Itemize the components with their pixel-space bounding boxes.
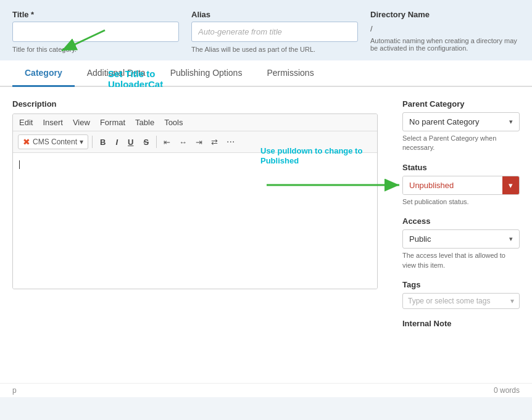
strikethrough-button[interactable]: S [139,136,152,149]
editor-p-tag: p [12,386,17,395]
align-justify-button[interactable]: ⇄ [208,136,221,149]
align-center-button[interactable]: ↔ [176,136,190,149]
access-section: Access Public ▾ The access level that is… [402,216,520,270]
cms-content-selector[interactable]: ✖ CMS Content ▾ [18,134,88,149]
editor-menubar: Edit Insert View Format Table Tools [13,114,377,131]
tags-chevron-icon: ▾ [510,297,514,305]
alias-label: Alias [191,10,358,19]
cms-chevron-icon: ▾ [80,138,83,146]
title-label: Title * [12,10,179,19]
directory-field-group: Directory Name / Automatic naming when c… [370,10,520,52]
parent-category-section: Parent Category No parent Category ▾ Sel… [402,99,520,153]
bold-button[interactable]: B [96,136,109,149]
directory-value: / [370,24,520,33]
directory-label: Directory Name [370,10,520,19]
bottom-bar: p 0 words [0,383,532,397]
toolbar-divider-1 [92,136,93,148]
status-hint: Set publication status. [402,197,520,207]
parent-category-chevron-icon: ▾ [509,118,513,126]
alias-hint: The Alias will be used as part of the UR… [191,46,358,53]
cms-label: CMS Content [33,138,77,146]
align-right-button[interactable]: ⇥ [193,136,206,149]
editor-menu-table[interactable]: Table [135,118,154,127]
access-dropdown[interactable]: Public ▾ [402,229,520,249]
access-hint: The access level that is allowed to view… [402,251,520,270]
editor-body[interactable] [13,153,377,289]
top-form-area: Title * Title for this category. Set Tit… [0,0,532,60]
tab-additional-data[interactable]: Additional Data [75,60,158,87]
access-label: Access [402,216,520,226]
align-left-button[interactable]: ⇤ [160,136,173,149]
main-content-area: Description Edit Insert View Format Tabl… [0,87,532,383]
tab-permissions[interactable]: Permissions [254,60,326,87]
more-options-button[interactable]: ··· [223,134,238,149]
joomla-icon: ✖ [23,137,30,147]
status-section: Status Use pulldown to change to Publish… [402,163,520,207]
directory-hint: Automatic naming when creating a directo… [370,37,520,52]
editor-container: Edit Insert View Format Table Tools ✖ CM… [12,113,378,289]
status-dropdown-button[interactable]: ▾ [502,176,519,194]
word-count: 0 words [494,386,520,395]
italic-button[interactable]: I [112,136,122,149]
underline-button[interactable]: U [124,136,137,149]
editor-cursor [19,160,20,169]
right-panel: Parent Category No parent Category ▾ Sel… [396,99,520,371]
access-chevron-icon: ▾ [509,235,513,243]
tags-label: Tags [402,280,520,289]
tags-placeholder: Type or select some tags [408,297,490,305]
toolbar-divider-2 [156,136,157,148]
parent-category-hint: Select a Parent Category when necessary. [402,134,520,153]
alias-input[interactable] [191,22,358,42]
left-panel: Description Edit Insert View Format Tabl… [12,99,396,371]
editor-menu-edit[interactable]: Edit [19,118,33,127]
title-input[interactable] [12,22,179,42]
status-dropdown[interactable]: Unpublished ▾ [402,176,520,195]
tags-section: Tags Type or select some tags ▾ [402,280,520,309]
editor-menu-view[interactable]: View [73,118,90,127]
status-value: Unpublished [403,176,502,194]
editor-menu-tools[interactable]: Tools [164,118,183,127]
editor-menu-format[interactable]: Format [100,118,125,127]
tab-category[interactable]: Category [12,60,75,87]
internal-note-label: Internal Note [402,319,520,328]
title-hint: Title for this category. [12,46,179,53]
status-label: Status [402,163,520,172]
title-field-group: Title * Title for this category. Set Tit… [12,10,179,53]
internal-note-section: Internal Note [402,319,520,328]
editor-menu-insert[interactable]: Insert [43,118,63,127]
editor-toolbar: ✖ CMS Content ▾ B I U S ⇤ ↔ ⇥ ⇄ ··· [13,131,377,153]
access-value: Public [409,234,431,244]
parent-category-dropdown[interactable]: No parent Category ▾ [402,112,520,131]
parent-category-value: No parent Category [409,117,479,126]
description-label: Description [12,99,378,109]
tab-publishing-options[interactable]: Publishing Options [158,60,255,87]
tags-input[interactable]: Type or select some tags ▾ [402,293,520,309]
tabs-bar: Category Additional Data Publishing Opti… [0,60,532,87]
parent-category-label: Parent Category [402,99,520,109]
alias-field-group: Alias The Alias will be used as part of … [191,10,358,53]
